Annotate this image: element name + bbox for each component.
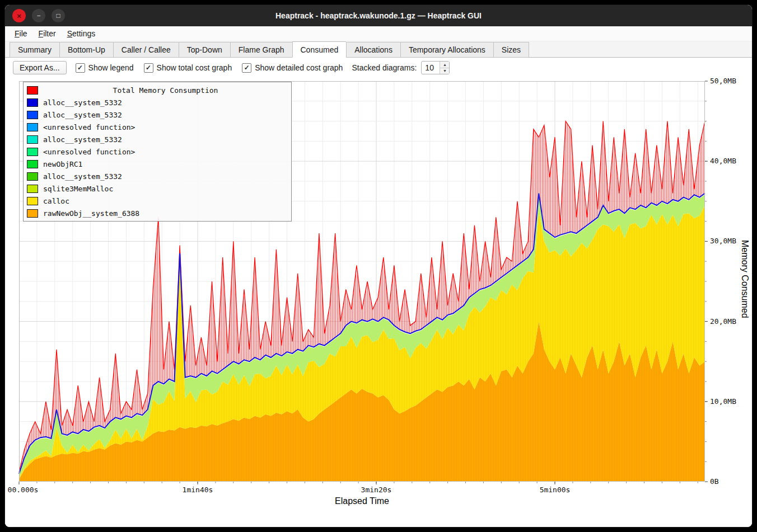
y-tick-label: 50,0MB [710, 78, 736, 85]
legend-item: rawNewObj__system_6388 [27, 207, 288, 219]
legend-item: alloc__system_5332 [27, 109, 288, 121]
toolbar: Export As... ✓Show legend✓Show total cos… [5, 58, 752, 78]
legend-item: sqlite3MemMalloc [27, 182, 288, 195]
tab-caller-callee[interactable]: Caller / Callee [113, 42, 179, 58]
legend-label: alloc__system_5332 [43, 135, 122, 144]
spinner-buttons: ▲ ▼ [440, 62, 449, 74]
legend-title: Total Memory Consumption [43, 86, 288, 95]
tab-sizes[interactable]: Sizes [493, 42, 529, 58]
legend-title-row: Total Memory Consumption [27, 84, 288, 96]
checkbox-show-total-cost-graph[interactable]: ✓Show total cost graph [144, 63, 232, 73]
export-as-button[interactable]: Export As... [13, 61, 67, 74]
x-tick-label: 00.000s [6, 486, 40, 494]
toolbar-checkboxes: ✓Show legend✓Show total cost graph✓Show … [76, 63, 343, 73]
menu-bar: File Filter Settings [5, 26, 752, 41]
stacked-diagrams-value[interactable]: 10 [422, 62, 440, 74]
x-tick-label: 3min20s [359, 486, 393, 494]
legend-swatch [27, 197, 38, 205]
legend-item: alloc__system_5332 [27, 133, 288, 145]
checkmark-icon[interactable]: ✓ [76, 63, 85, 73]
legend-item: <unresolved function> [27, 145, 288, 158]
legend-label: alloc__system_5332 [43, 172, 122, 181]
window-title: Heaptrack - heaptrack.wakunode.1.gz — He… [5, 11, 752, 20]
tab-temporary-allocations[interactable]: Temporary Allocations [400, 42, 493, 58]
spinner-up-icon[interactable]: ▲ [440, 62, 449, 68]
y-tick-label: 20,0MB [710, 317, 736, 326]
legend-item: alloc__system_5332 [27, 96, 288, 109]
checkbox-show-legend[interactable]: ✓Show legend [76, 63, 134, 73]
legend-item: <unresolved function> [27, 121, 288, 133]
checkmark-icon[interactable]: ✓ [144, 63, 153, 73]
chart-legend: Total Memory Consumption alloc__system_5… [23, 82, 292, 222]
tab-allocations[interactable]: Allocations [346, 42, 400, 58]
y-tick-label: 40,0MB [710, 157, 736, 165]
checkbox-label: Show detailed cost graph [255, 63, 343, 72]
chart-panel: 0B10,0MB20,0MB30,0MB40,0MB50,0MB 00.000s… [5, 78, 752, 527]
checkbox-label: Show legend [88, 63, 134, 72]
menu-filter[interactable]: Filter [34, 28, 61, 39]
legend-swatch [27, 98, 38, 107]
tab-consumed[interactable]: Consumed [292, 41, 347, 58]
minimize-icon[interactable]: − [32, 9, 45, 22]
legend-swatch [27, 111, 38, 119]
legend-swatch [27, 172, 38, 181]
legend-item: alloc__system_5332 [27, 170, 288, 182]
y-axis-title: Memory Consumed [740, 240, 750, 318]
y-tick-label: 10,0MB [710, 397, 736, 406]
legend-label: <unresolved function> [43, 148, 135, 156]
maximize-icon[interactable]: □ [52, 9, 65, 22]
legend-swatch-total [27, 86, 38, 95]
legend-label: rawNewObj__system_6388 [43, 209, 139, 218]
x-tick-label: 5min00s [538, 486, 572, 494]
legend-swatch [27, 148, 38, 156]
legend-swatch [27, 160, 38, 168]
tab-summary[interactable]: Summary [10, 42, 59, 58]
checkbox-show-detailed-cost-graph[interactable]: ✓Show detailed cost graph [242, 63, 343, 73]
x-axis-title: Elapsed Time [19, 496, 705, 506]
tab-top-down[interactable]: Top-Down [179, 42, 230, 58]
legend-label: alloc__system_5332 [43, 111, 122, 119]
window-controls: × − □ [5, 9, 65, 22]
legend-items: alloc__system_5332alloc__system_5332<unr… [27, 96, 288, 219]
legend-swatch [27, 185, 38, 193]
legend-label: calloc [43, 197, 69, 205]
legend-swatch [27, 123, 38, 131]
legend-item: calloc [27, 195, 288, 207]
checkbox-label: Show total cost graph [157, 63, 232, 72]
menu-settings[interactable]: Settings [62, 28, 101, 39]
tab-flame-graph[interactable]: Flame Graph [230, 42, 292, 58]
spinner-down-icon[interactable]: ▼ [440, 68, 449, 74]
y-tick-label: 0B [710, 477, 719, 486]
titlebar[interactable]: × − □ Heaptrack - heaptrack.wakunode.1.g… [5, 5, 752, 26]
tab-bar: SummaryBottom-UpCaller / CalleeTop-DownF… [5, 41, 752, 58]
x-tick-label: 1min40s [181, 486, 214, 494]
stacked-diagrams-label: Stacked diagrams: [352, 63, 417, 72]
tab-bottom-up[interactable]: Bottom-Up [59, 42, 113, 58]
heaptrack-window: × − □ Heaptrack - heaptrack.wakunode.1.g… [4, 4, 753, 528]
legend-label: alloc__system_5332 [43, 98, 122, 107]
stacked-diagrams-spinner[interactable]: 10 ▲ ▼ [421, 61, 450, 74]
legend-label: sqlite3MemMalloc [43, 185, 113, 193]
legend-label: <unresolved function> [43, 123, 135, 131]
legend-swatch [27, 209, 38, 218]
legend-label: newObjRC1 [43, 160, 82, 168]
checkmark-icon[interactable]: ✓ [242, 63, 251, 73]
menu-file[interactable]: File [10, 28, 32, 39]
y-tick-label: 30,0MB [710, 237, 736, 245]
legend-item: newObjRC1 [27, 158, 288, 170]
close-icon[interactable]: × [12, 9, 26, 22]
legend-swatch [27, 135, 38, 144]
